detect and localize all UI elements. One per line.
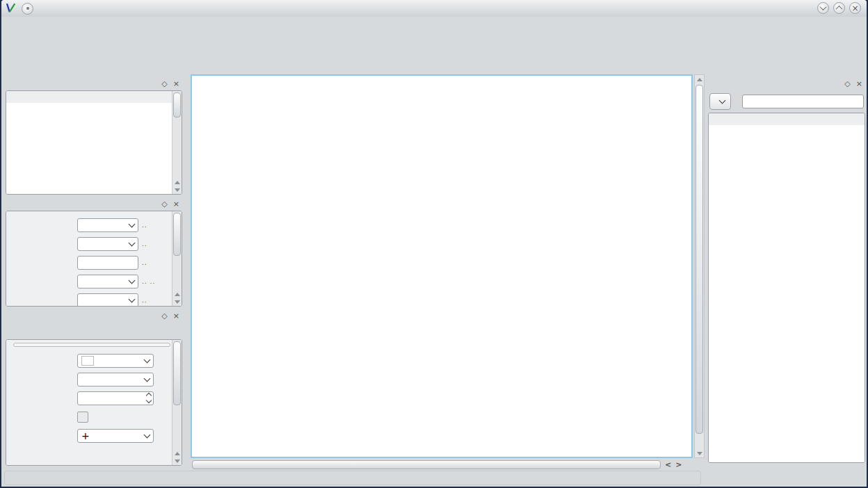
dataset-table-header[interactable] (709, 113, 865, 126)
float-panel-icon[interactable]: ◇ (161, 200, 167, 208)
formatting-panel-title: ◇ × (4, 309, 184, 323)
dataset-tree (709, 125, 865, 462)
close-panel-icon[interactable]: × (173, 312, 179, 320)
plot-vscrollbar[interactable] (694, 74, 705, 458)
close-panel-icon[interactable]: × (173, 80, 179, 88)
thin-markers-spinner[interactable] (77, 391, 154, 405)
data-panel-title: ◇ × (707, 76, 867, 90)
veusz-logo-icon (5, 2, 17, 15)
marker-size-row (13, 370, 170, 389)
scale-markers-row: .. (13, 291, 170, 307)
more-button[interactable]: .. (142, 222, 147, 229)
float-panel-icon[interactable]: ◇ (161, 312, 167, 320)
screen: × ◇ × ◇ × (0, 0, 868, 488)
editing-panel: ◇ × (4, 76, 184, 196)
insert-toolbar (1, 53, 867, 75)
float-panel-icon[interactable]: ◇ (161, 80, 167, 88)
window-menu-button[interactable] (22, 3, 33, 15)
properties-panel: ◇ × .. .. .. (4, 197, 184, 308)
x-data-dropdown[interactable] (77, 218, 138, 232)
more-button[interactable]: .. (142, 297, 147, 304)
editing-tree (6, 103, 172, 194)
close-panel-icon[interactable]: × (856, 80, 862, 88)
labels-row: .. .. (13, 272, 170, 291)
close-button[interactable]: × (849, 2, 861, 14)
thin-markers-row (13, 389, 170, 407)
key-text-row: .. (13, 253, 170, 272)
more-button[interactable]: .. .. (142, 278, 155, 285)
more-button[interactable]: .. (142, 259, 147, 266)
scale-markers-dropdown[interactable] (77, 293, 138, 307)
marker-size-dropdown[interactable] (77, 373, 154, 387)
formatting-scrollbar[interactable] (172, 340, 182, 465)
formatting-tabs (7, 323, 181, 339)
menu-bar (1, 17, 867, 32)
hide-checkbox[interactable] (77, 412, 88, 423)
float-panel-icon[interactable]: ◇ (844, 80, 850, 88)
plot-window[interactable] (191, 74, 693, 458)
more-button[interactable]: .. (142, 241, 147, 247)
editing-tree-header[interactable] (6, 91, 182, 104)
x-data-row: .. (13, 215, 170, 234)
filter-input[interactable] (742, 95, 864, 108)
key-text-input[interactable] (77, 256, 138, 270)
labels-dropdown[interactable] (77, 275, 138, 288)
editing-scrollbar[interactable] (172, 91, 182, 194)
properties-scrollbar[interactable] (172, 211, 182, 306)
y-data-dropdown[interactable] (77, 237, 138, 251)
veusz-window: × ◇ × ◇ × (1, 0, 867, 487)
marker-row (13, 351, 170, 370)
main-toolbar (1, 32, 867, 53)
hide-row (13, 407, 170, 426)
marker-dropdown[interactable] (77, 354, 154, 368)
status-bar (1, 469, 867, 487)
error-style-row: + (13, 426, 170, 445)
y-data-row: .. (13, 234, 170, 253)
error-style-dropdown[interactable]: + (77, 429, 154, 443)
data-panel-toolbar (709, 93, 864, 110)
properties-panel-title: ◇ × (4, 197, 184, 211)
data-panel: ◇ × (707, 76, 867, 464)
plot-canvas[interactable] (192, 76, 691, 457)
group-button[interactable] (709, 93, 731, 110)
main-groupbox (13, 343, 170, 347)
title-bar[interactable]: × (1, 0, 867, 17)
close-panel-icon[interactable]: × (173, 200, 179, 208)
minimize-button[interactable] (817, 2, 829, 14)
editing-panel-title: ◇ × (4, 76, 184, 90)
formatting-panel: ◇ × (4, 309, 184, 467)
maximize-button[interactable] (833, 2, 845, 14)
